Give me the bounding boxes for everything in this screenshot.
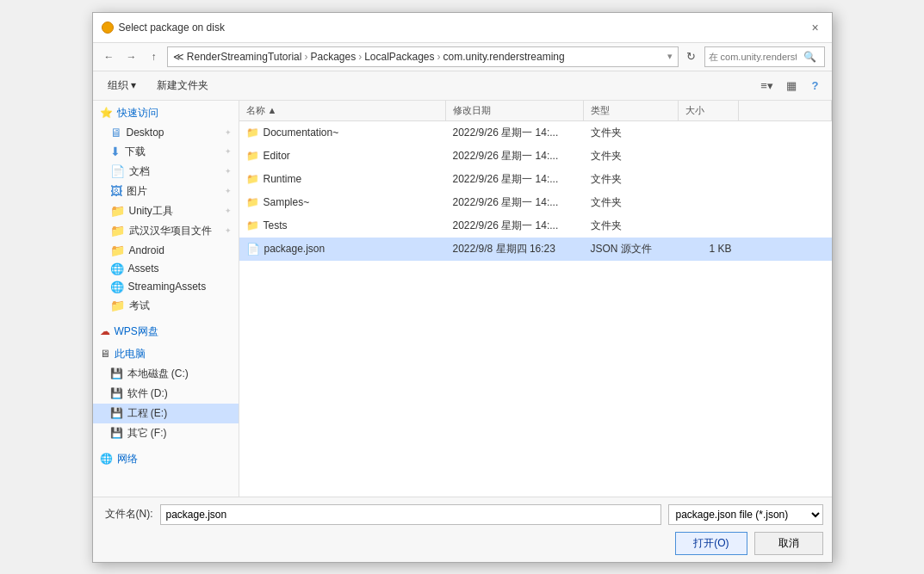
sidebar-item-drive-c[interactable]: 💾 本地磁盘 (C:) — [93, 364, 239, 384]
json-file-icon: 📄 — [246, 243, 260, 256]
sidebar-item-label: 下载 — [125, 145, 146, 159]
view-details-button[interactable]: ≡▾ — [758, 76, 777, 95]
sidebar-item-desktop[interactable]: 🖥 Desktop ✦ — [93, 123, 239, 142]
drive-e-icon: 💾 — [110, 407, 123, 419]
sidebar-item-label: 武汉汉华项目文件 — [129, 224, 212, 238]
file-type-cell: JSON 源文件 — [584, 239, 679, 259]
desktop-icon: 🖥 — [110, 126, 122, 139]
col-header-size[interactable]: 大小 — [679, 101, 739, 120]
file-date-cell: 2022/9/26 星期一 14:... — [446, 170, 584, 189]
pc-header[interactable]: 🖥 此电脑 — [93, 342, 239, 364]
search-icon: 🔍 — [800, 51, 820, 63]
sidebar-item-label: 软件 (D:) — [127, 386, 168, 401]
network-label: 网络 — [117, 452, 138, 466]
file-row-selected[interactable]: 📄 package.json 2022/9/8 星期四 16:23 JSON 源… — [239, 238, 832, 261]
pc-icon: 🖥 — [100, 348, 110, 360]
organize-button[interactable]: 组织 ▾ — [100, 75, 144, 96]
wps-header[interactable]: ☁ WPS网盘 — [93, 319, 239, 342]
sidebar-item-label: 考试 — [129, 299, 150, 313]
col-header-name[interactable]: 名称 ▲ — [239, 101, 446, 120]
file-name-cell: 📁 Editor — [239, 147, 446, 164]
downloads-icon: ⬇ — [110, 145, 121, 158]
file-list: 📁 Documentation~ 2022/9/26 星期一 14:... 文件… — [239, 121, 832, 497]
up-button[interactable]: ↑ — [145, 47, 164, 66]
sidebar-item-android[interactable]: 📁 Android — [93, 241, 239, 260]
exam-icon: 📁 — [110, 299, 125, 312]
refresh-button[interactable]: ↻ — [682, 47, 701, 66]
sidebar-item-label: 本地磁盘 (C:) — [127, 367, 189, 381]
sidebar-item-drive-e[interactable]: 💾 工程 (E:) — [93, 404, 239, 423]
sidebar-item-drive-d[interactable]: 💾 软件 (D:) — [93, 384, 239, 404]
quick-access-header[interactable]: ⭐ 快速访问 — [93, 101, 239, 123]
breadcrumb[interactable]: ≪ RenderStreamingTutorial › Packages › L… — [167, 46, 679, 67]
file-name-cell: 📄 package.json — [239, 240, 446, 258]
view-pane-button[interactable]: ▦ — [782, 76, 801, 95]
back-button[interactable]: ← — [100, 47, 119, 66]
filename-row: 文件名(N): package.json file (*.json) All f… — [102, 504, 823, 525]
file-name: Editor — [264, 150, 290, 162]
sidebar-item-documents[interactable]: 📄 文档 ✦ — [93, 162, 239, 182]
sidebar-item-drive-f[interactable]: 💾 其它 (F:) — [93, 423, 239, 443]
action-row: 打开(O) 取消 — [102, 532, 823, 555]
close-button[interactable]: × — [808, 20, 823, 35]
sidebar-item-label: 工程 (E:) — [127, 406, 168, 421]
help-button[interactable]: ? — [806, 76, 825, 95]
file-type-cell: 文件夹 — [584, 146, 679, 166]
file-type-cell: 文件夹 — [584, 216, 679, 236]
sidebar-item-label: Assets — [128, 262, 159, 275]
file-row[interactable]: 📁 Documentation~ 2022/9/26 星期一 14:... 文件… — [239, 121, 832, 145]
wuhan-icon: 📁 — [110, 224, 125, 238]
breadcrumb-item: LocalPackages — [364, 51, 434, 63]
file-row[interactable]: 📁 Editor 2022/9/26 星期一 14:... 文件夹 — [239, 145, 832, 168]
file-size-cell — [679, 200, 739, 205]
col-header-type[interactable]: 类型 — [584, 101, 679, 120]
folder-icon: 📁 — [246, 219, 259, 231]
sidebar-item-unity-tools[interactable]: 📁 Unity工具 ✦ — [93, 201, 239, 221]
network-icon: 🌐 — [100, 453, 113, 465]
sidebar-item-streaming[interactable]: 🌐 StreamingAssets — [93, 278, 239, 296]
drive-c-icon: 💾 — [110, 367, 123, 380]
sidebar-item-wuhan[interactable]: 📁 武汉汉华项目文件 ✦ — [93, 221, 239, 241]
file-name-cell: 📁 Tests — [239, 217, 446, 234]
forward-button[interactable]: → — [122, 47, 141, 66]
col-header-date[interactable]: 修改日期 — [446, 101, 584, 120]
sidebar-item-exam[interactable]: 📁 考试 — [93, 296, 239, 316]
sidebar-item-label: Android — [129, 244, 164, 256]
android-icon: 📁 — [110, 244, 125, 257]
assets-icon: 🌐 — [110, 262, 124, 275]
sidebar-item-label: 其它 (F:) — [127, 426, 167, 441]
breadcrumb-item: Packages — [310, 51, 356, 63]
file-size-cell — [679, 153, 739, 158]
file-size-cell — [679, 130, 739, 135]
sidebar-item-label: 图片 — [127, 184, 147, 199]
file-date-cell: 2022/9/8 星期四 16:23 — [446, 239, 584, 259]
file-row[interactable]: 📁 Runtime 2022/9/26 星期一 14:... 文件夹 — [239, 168, 832, 191]
sidebar-item-downloads[interactable]: ⬇ 下载 ✦ — [93, 142, 239, 162]
filetype-select[interactable]: package.json file (*.json) All files (*.… — [668, 504, 823, 525]
main-area: ⭐ 快速访问 🖥 Desktop ✦ ⬇ 下载 ✦ 📄 文档 ✦ 🖼 图片 — [93, 101, 832, 497]
folder-icon: 📁 — [246, 127, 259, 139]
title-bar: Select package on disk × — [93, 13, 832, 43]
file-row[interactable]: 📁 Tests 2022/9/26 星期一 14:... 文件夹 — [239, 214, 832, 238]
file-name: Tests — [264, 219, 288, 231]
file-name-cell: 📁 Runtime — [239, 170, 446, 188]
cancel-button[interactable]: 取消 — [754, 532, 823, 555]
network-header[interactable]: 🌐 网络 — [93, 447, 239, 469]
nav-bar: ← → ↑ ≪ RenderStreamingTutorial › Packag… — [93, 43, 832, 71]
sidebar-item-pictures[interactable]: 🖼 图片 ✦ — [93, 182, 239, 201]
wps-icon: ☁ — [100, 325, 110, 337]
sidebar-item-assets[interactable]: 🌐 Assets — [93, 260, 239, 278]
filename-input[interactable] — [160, 504, 661, 525]
search-box[interactable]: 🔍 — [704, 46, 825, 67]
open-button[interactable]: 打开(O) — [675, 532, 747, 555]
file-name: Documentation~ — [264, 127, 339, 139]
pictures-icon: 🖼 — [110, 184, 122, 198]
file-date-cell: 2022/9/26 星期一 14:... — [446, 146, 584, 166]
file-row[interactable]: 📁 Samples~ 2022/9/26 星期一 14:... 文件夹 — [239, 191, 832, 214]
new-folder-button[interactable]: 新建文件夹 — [149, 75, 216, 96]
search-input[interactable] — [705, 52, 800, 62]
quick-access-icon: ⭐ — [100, 107, 113, 119]
file-name: package.json — [264, 243, 326, 255]
file-size-cell — [679, 223, 739, 228]
wps-label: WPS网盘 — [115, 324, 158, 339]
